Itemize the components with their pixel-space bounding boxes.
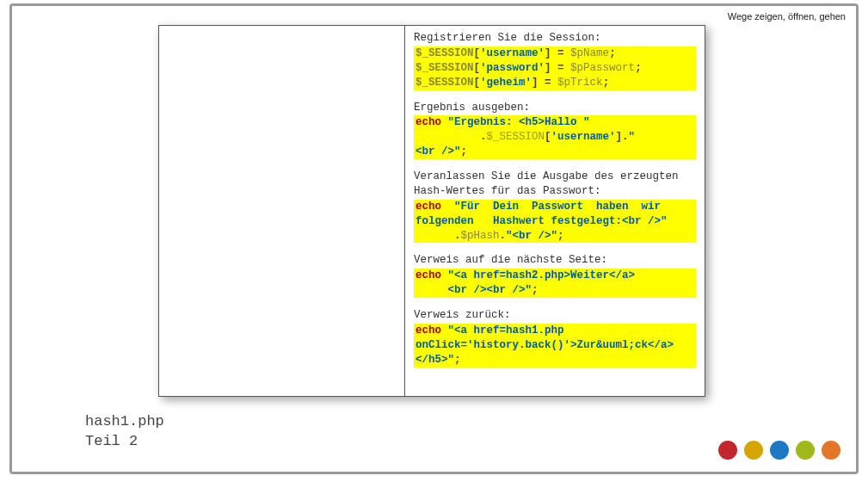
block-title: Verweis auf die nächste Seite:: [414, 253, 696, 268]
block-title: Registrieren Sie die Session:: [414, 31, 696, 46]
block-register-session: Registrieren Sie die Session: $_SESSION[…: [414, 31, 696, 90]
dot-orange: [822, 441, 840, 460]
content-paper: Registrieren Sie die Session: $_SESSION[…: [158, 25, 705, 397]
footer-line-1: hash1.php: [85, 412, 164, 432]
block-title: Veranlassen Sie die Ausgabe des erzeugte…: [414, 170, 696, 199]
block-verweis-weiter: Verweis auf die nächste Seite: echo "<a …: [414, 253, 696, 298]
code-block: echo "<a href=hash1.php onClick='history…: [414, 324, 696, 368]
footer-line-2: Teil 2: [85, 432, 164, 452]
block-hashwert: Veranlassen Sie die Ausgabe des erzeugte…: [414, 170, 696, 243]
paper-left-column: [159, 26, 405, 396]
dot-blue: [770, 441, 789, 460]
block-title: Ergebnis ausgeben:: [414, 101, 696, 115]
footer-label: hash1.php Teil 2: [85, 412, 164, 452]
block-verweis-zurueck: Verweis zurück: echo "<a href=hash1.php …: [414, 308, 696, 368]
code-block: echo "<a href=hash2.php>Weiter</a> <br /…: [414, 269, 696, 298]
code-block: $_SESSION['username'] = $pName; $_SESSIO…: [414, 46, 696, 90]
color-dots: [718, 441, 840, 460]
code-block: echo "Ergebnis: <h5>Hallo " .$_SESSION['…: [414, 115, 696, 159]
dot-red: [718, 441, 737, 460]
dot-yellow: [744, 441, 763, 460]
block-ergebnis: Ergebnis ausgeben: echo "Ergebnis: <h5>H…: [414, 101, 696, 160]
slide-frame: Wege zeigen, öffnen, gehen Registrieren …: [9, 3, 859, 474]
tagline: Wege zeigen, öffnen, gehen: [728, 11, 846, 22]
block-title: Verweis zurück:: [414, 308, 696, 323]
code-block: echo "Für Dein Passwort haben wir folgen…: [414, 200, 696, 244]
dot-green: [796, 441, 815, 460]
paper-right-column: Registrieren Sie die Session: $_SESSION[…: [405, 26, 705, 396]
